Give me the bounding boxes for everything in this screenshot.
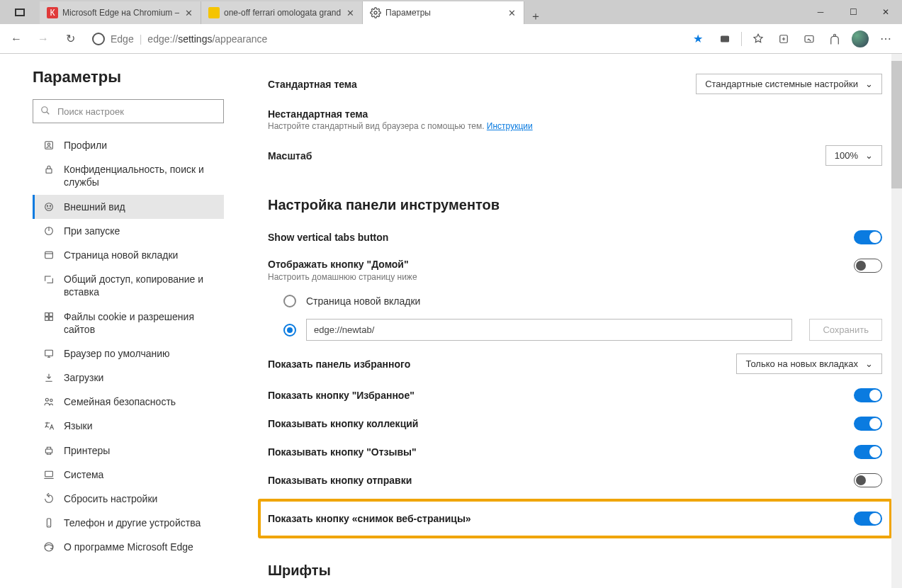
custom-theme-label: Нестандартная тема [268,108,882,120]
share-button-toggle[interactable] [854,473,882,487]
home-button-toggle[interactable] [854,259,882,273]
address-brand: Edge [111,33,134,45]
svg-rect-13 [45,251,53,258]
favorites-bar-label: Показать панель избранного [268,358,410,370]
window-controls: ─ ☐ ✕ [804,0,902,24]
svg-point-7 [47,143,50,145]
minimize-button[interactable]: ─ [804,0,837,24]
svg-rect-8 [46,169,52,174]
screenshot-icon[interactable] [797,27,821,51]
favorites-icon[interactable] [746,27,770,51]
sidebar-title: Параметры [33,68,224,86]
browser-tab[interactable]: one-off ferrari omologata grand ✕ [201,1,363,24]
language-icon [43,419,55,432]
vertical-tabs-label: Show vertical tabs button [268,232,388,243]
sidebar-item-about[interactable]: О программе Microsoft Edge [33,535,224,559]
sidebar-item-printers[interactable]: Принтеры [33,439,224,463]
browser-icon [43,347,55,360]
favorite-star-icon[interactable]: ★ [693,32,703,45]
collections-icon[interactable] [772,27,796,51]
custom-theme-desc: Настройте стандартный вид браузера с пом… [268,121,882,131]
profile-avatar[interactable] [848,27,872,51]
instructions-link[interactable]: Инструкции [487,121,533,131]
sidebar-item-appearance[interactable]: Внешний вид [33,195,224,219]
system-icon [43,468,55,481]
appearance-icon [43,200,55,213]
search-placeholder: Поиск настроек [57,106,124,117]
sidebar-item-family[interactable]: Семейная безопасность [33,390,224,414]
home-url-input[interactable] [306,319,792,341]
share-icon [43,273,55,285]
power-icon [43,225,55,237]
svg-rect-16 [45,317,49,320]
svg-point-5 [42,106,47,112]
chevron-down-icon: ⌄ [865,79,873,89]
new-tab-button[interactable]: ＋ [524,9,547,24]
zoom-dropdown[interactable]: 100% ⌄ [825,145,882,166]
close-icon[interactable]: ✕ [184,8,193,18]
sidebar-item-cookies[interactable]: Файлы cookie и разрешения сайтов [33,305,224,341]
close-button[interactable]: ✕ [869,0,902,24]
favorites-button-toggle[interactable] [854,388,882,402]
extensions-icon[interactable] [823,27,847,51]
sidebar-item-privacy[interactable]: Конфиденциальность, поиск и службы [33,157,224,194]
browser-tab-active[interactable]: Параметры ✕ [363,1,524,24]
forward-button[interactable]: → [31,27,55,51]
screenshot-button-row: Показать кнопку «снимок веб-страницы» [258,499,892,538]
sidebar-item-languages[interactable]: Языки [33,414,224,438]
sidebar-item-devices[interactable]: Телефон и другие устройства [33,511,224,535]
download-icon [43,371,55,384]
sidebar-item-share[interactable]: Общий доступ, копирование и вставка [33,267,224,304]
feedback-button-label: Показывать кнопку "Отзывы" [268,446,417,458]
favorites-button-label: Показать кнопку "Избранное" [268,390,415,401]
tab-title: Параметры [385,8,502,18]
close-icon[interactable]: ✕ [345,8,355,18]
vertical-tabs-toggle[interactable] [854,230,882,244]
tab-title: Microsoft Edge на Chromium – Н [62,8,179,18]
address-bar[interactable]: Edge | edge://settings/appearance ★ [85,28,710,50]
save-button[interactable]: Сохранить [809,319,882,341]
svg-rect-1 [721,35,729,42]
sidebar-item-reset[interactable]: Сбросить настройки [33,487,224,511]
svg-rect-21 [45,449,52,453]
svg-rect-15 [50,312,53,316]
search-icon [40,106,50,118]
sidebar-item-newtab[interactable]: Страница новой вкладки [33,243,224,267]
maximize-button[interactable]: ☐ [837,0,869,24]
favorites-bar-dropdown[interactable]: Только на новых вкладках ⌄ [736,354,882,374]
more-icon[interactable]: ⋯ [874,27,898,51]
settings-sidebar: Параметры Поиск настроек Профили Конфиде… [0,54,234,588]
home-button-label: Отображать кнопку "Домой" [268,259,417,270]
sidebar-item-downloads[interactable]: Загрузки [33,366,224,390]
home-button-desc: Настроить домашнюю страницу ниже [268,272,417,282]
edge-logo-icon [43,541,55,553]
custom-url-radio[interactable] [283,324,296,337]
share-button-label: Показывать кнопку отправки [268,475,412,486]
translate-icon[interactable] [713,27,737,51]
collections-button-toggle[interactable] [854,417,882,431]
svg-point-11 [50,205,50,206]
feedback-button-toggle[interactable] [854,445,882,459]
svg-rect-17 [50,317,53,320]
collections-button-label: Показывать кнопку коллекций [268,418,418,429]
default-theme-dropdown[interactable]: Стандартные системные настройки ⌄ [696,74,882,94]
favicon-icon [208,7,220,18]
sidebar-item-startup[interactable]: При запуске [33,219,224,243]
refresh-button[interactable]: ↻ [58,27,82,51]
sidebar-item-default-browser[interactable]: Браузер по умолчанию [33,341,224,366]
svg-point-10 [47,205,47,206]
tab-actions-icon[interactable] [0,0,40,24]
scrollbar-thumb[interactable] [891,61,902,188]
scrollbar[interactable] [891,54,902,588]
newtab-radio[interactable] [283,295,296,307]
profile-icon [43,139,55,152]
sidebar-item-profiles[interactable]: Профили [33,133,224,157]
sidebar-item-system[interactable]: Система [33,463,224,487]
lock-icon [43,163,55,176]
browser-tab[interactable]: К Microsoft Edge на Chromium – Н ✕ [40,1,201,24]
close-icon[interactable]: ✕ [507,8,517,18]
search-input[interactable]: Поиск настроек [33,99,224,123]
svg-point-19 [45,399,48,402]
screenshot-button-toggle[interactable] [854,511,882,526]
back-button[interactable]: ← [4,27,28,51]
